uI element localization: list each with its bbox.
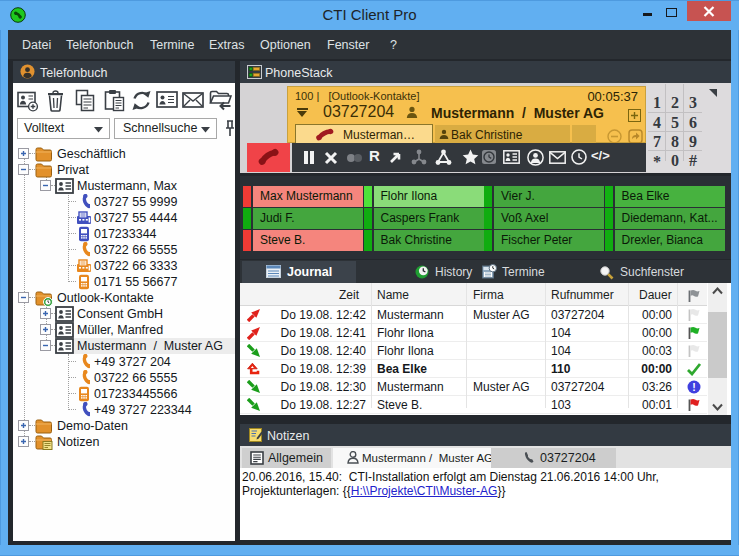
- svg-text:!: !: [692, 381, 696, 393]
